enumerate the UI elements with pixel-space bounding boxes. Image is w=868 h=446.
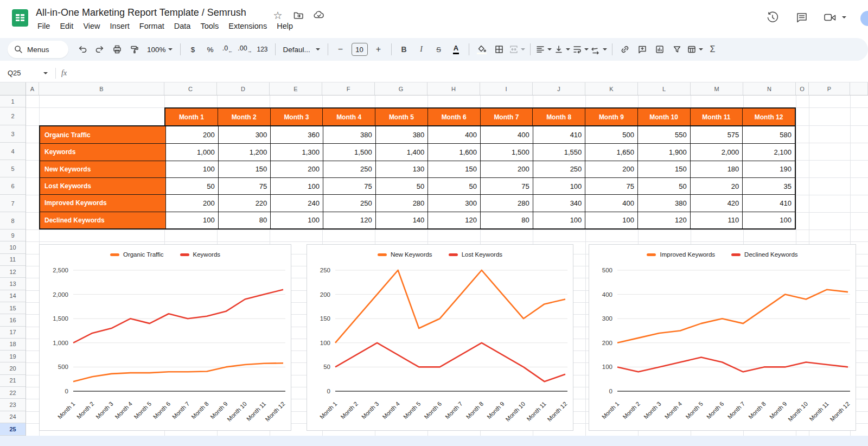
table-cell[interactable]: 75 bbox=[323, 177, 375, 194]
table-cell[interactable]: 400 bbox=[427, 126, 480, 143]
table-cell[interactable]: 20 bbox=[690, 177, 743, 194]
table-cell[interactable]: 100 bbox=[533, 177, 585, 194]
table-cell[interactable]: 140 bbox=[375, 212, 428, 228]
column-header-L[interactable]: L bbox=[638, 82, 691, 95]
table-header-cell[interactable]: Month 10 bbox=[637, 109, 690, 125]
menus-search-button[interactable]: Menus bbox=[8, 41, 68, 58]
table-cell[interactable]: 580 bbox=[742, 126, 795, 143]
row-header-12[interactable]: 12 bbox=[0, 266, 25, 278]
row-header-18[interactable]: 18 bbox=[0, 339, 25, 351]
row-header-23[interactable]: 23 bbox=[0, 399, 25, 411]
formula-input[interactable] bbox=[67, 64, 868, 82]
row-header-11[interactable]: 11 bbox=[0, 254, 25, 266]
table-cell[interactable]: 1,550 bbox=[533, 143, 585, 160]
menu-file[interactable]: File bbox=[33, 20, 55, 32]
italic-button[interactable]: I bbox=[414, 42, 429, 57]
row-header-5[interactable]: 5 bbox=[0, 160, 25, 177]
table-header-cell[interactable]: Month 2 bbox=[218, 109, 270, 125]
undo-button[interactable] bbox=[75, 42, 90, 57]
sheet-content[interactable]: Month 1Month 2Month 3Month 4Month 5Month… bbox=[0, 95, 868, 446]
column-header-E[interactable]: E bbox=[270, 82, 322, 95]
table-cell[interactable]: 50 bbox=[427, 177, 480, 194]
create-filter-button[interactable] bbox=[669, 42, 685, 57]
table-cell[interactable]: 50 bbox=[637, 177, 690, 194]
column-header-partial[interactable] bbox=[850, 82, 868, 95]
row-header-9[interactable]: 9 bbox=[0, 230, 25, 241]
chart-card-3[interactable]: Improved KeywordsDeclined Keywords010020… bbox=[589, 244, 856, 431]
column-header-D[interactable]: D bbox=[217, 82, 270, 95]
format-currency-button[interactable]: $ bbox=[186, 42, 201, 57]
table-cell[interactable]: 100 bbox=[270, 212, 323, 228]
table-cell[interactable]: 190 bbox=[742, 161, 795, 177]
format-percent-button[interactable]: % bbox=[203, 42, 218, 57]
row-header-24[interactable]: 24 bbox=[0, 411, 25, 423]
column-header-P[interactable]: P bbox=[809, 82, 850, 95]
table-cell[interactable]: 400 bbox=[480, 126, 533, 143]
table-cell[interactable]: 80 bbox=[218, 212, 271, 228]
table-cell[interactable]: 250 bbox=[323, 194, 375, 211]
table-cell[interactable]: 410 bbox=[533, 126, 585, 143]
increase-decimal-button[interactable]: .00→ bbox=[238, 42, 253, 57]
row-header-7[interactable]: 7 bbox=[0, 195, 25, 212]
table-cell[interactable]: 50 bbox=[165, 177, 218, 194]
table-header-cell[interactable]: Month 1 bbox=[165, 109, 218, 125]
zoom-select[interactable]: 100% bbox=[144, 42, 175, 57]
row-header-6[interactable]: 6 bbox=[0, 177, 25, 195]
more-formats-button[interactable]: 123 bbox=[255, 42, 270, 57]
column-header-N[interactable]: N bbox=[743, 82, 796, 95]
column-header-B[interactable]: B bbox=[39, 82, 164, 95]
table-cell[interactable]: 200 bbox=[165, 194, 218, 211]
column-header-I[interactable]: I bbox=[480, 82, 533, 95]
select-all-corner[interactable] bbox=[0, 82, 26, 95]
table-cell[interactable]: 1,000 bbox=[165, 143, 218, 160]
vertical-align-button[interactable] bbox=[554, 42, 570, 57]
table-header-cell[interactable]: Month 12 bbox=[742, 109, 795, 125]
table-cell[interactable]: 100 bbox=[165, 212, 218, 228]
table-cell[interactable]: 300 bbox=[218, 126, 271, 143]
chart-card-1[interactable]: Organic TrafficKeywords05001,0001,5002,0… bbox=[39, 244, 291, 431]
table-cell[interactable]: 500 bbox=[585, 126, 637, 143]
table-cell[interactable]: 150 bbox=[218, 161, 271, 177]
table-cell[interactable]: 75 bbox=[218, 177, 271, 194]
insert-link-button[interactable] bbox=[617, 42, 633, 57]
table-cell[interactable]: 1,500 bbox=[323, 143, 375, 160]
table-header-cell[interactable]: Month 7 bbox=[480, 109, 533, 125]
table-cell[interactable]: 120 bbox=[427, 212, 480, 228]
table-header-cell[interactable]: Month 9 bbox=[585, 109, 637, 125]
table-cell[interactable]: 380 bbox=[375, 126, 428, 143]
table-cell[interactable]: 2,000 bbox=[690, 143, 743, 160]
row-header-3[interactable]: 3 bbox=[0, 125, 25, 143]
row-header-1[interactable]: 1 bbox=[0, 95, 25, 107]
table-cell[interactable]: 340 bbox=[533, 194, 585, 211]
print-button[interactable] bbox=[110, 42, 125, 57]
table-cell[interactable]: 100 bbox=[585, 212, 637, 228]
fill-color-button[interactable] bbox=[474, 42, 489, 57]
table-cell[interactable]: 1,300 bbox=[270, 143, 323, 160]
table-cell[interactable]: 300 bbox=[427, 194, 480, 211]
bold-button[interactable]: B bbox=[397, 42, 412, 57]
table-cell[interactable]: 50 bbox=[375, 177, 428, 194]
table-cell[interactable]: 280 bbox=[480, 194, 533, 211]
version-history-button[interactable] bbox=[765, 10, 780, 25]
sheets-logo-icon[interactable] bbox=[12, 9, 28, 27]
column-header-G[interactable]: G bbox=[375, 82, 427, 95]
row-header-16[interactable]: 16 bbox=[0, 314, 25, 326]
table-cell[interactable]: 250 bbox=[533, 161, 585, 177]
row-header-2[interactable]: 2 bbox=[0, 107, 25, 125]
insert-comment-button[interactable] bbox=[635, 42, 650, 57]
table-cell[interactable]: 1,500 bbox=[480, 143, 533, 160]
borders-button[interactable] bbox=[492, 42, 507, 57]
table-cell[interactable]: 250 bbox=[323, 161, 375, 177]
insert-chart-button[interactable] bbox=[652, 42, 667, 57]
table-cell[interactable]: 200 bbox=[480, 161, 533, 177]
row-header-17[interactable]: 17 bbox=[0, 327, 25, 339]
table-cell[interactable]: 130 bbox=[375, 161, 428, 177]
row-header-4[interactable]: 4 bbox=[0, 143, 25, 160]
functions-button[interactable]: Σ bbox=[705, 42, 720, 57]
table-cell[interactable]: 575 bbox=[690, 126, 743, 143]
column-header-J[interactable]: J bbox=[533, 82, 585, 95]
table-header-cell[interactable]: Month 11 bbox=[690, 109, 743, 125]
table-cell[interactable]: 120 bbox=[323, 212, 375, 228]
table-cell[interactable]: 80 bbox=[480, 212, 533, 228]
table-cell[interactable]: 220 bbox=[218, 194, 271, 211]
